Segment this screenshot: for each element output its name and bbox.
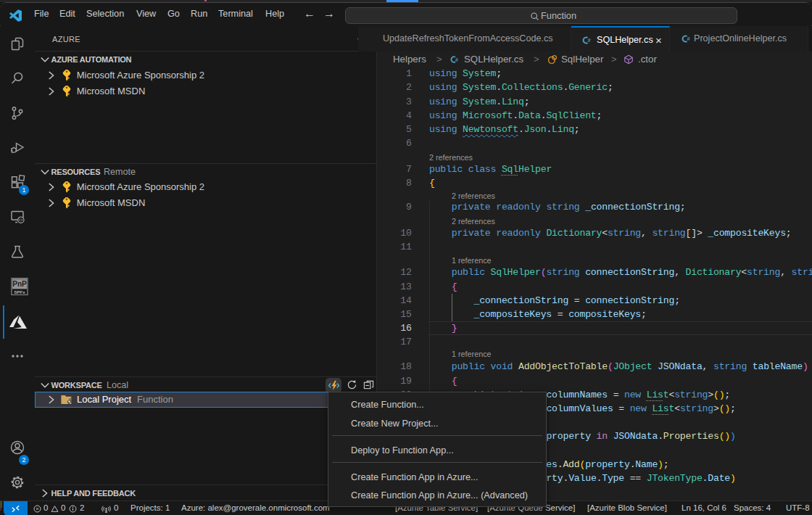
- svg-text:#: #: [687, 36, 690, 42]
- svg-text:#: #: [455, 57, 458, 62]
- svg-text:SPFx: SPFx: [14, 289, 25, 294]
- svg-text:#: #: [587, 37, 591, 44]
- svg-text:PnP: PnP: [12, 280, 27, 288]
